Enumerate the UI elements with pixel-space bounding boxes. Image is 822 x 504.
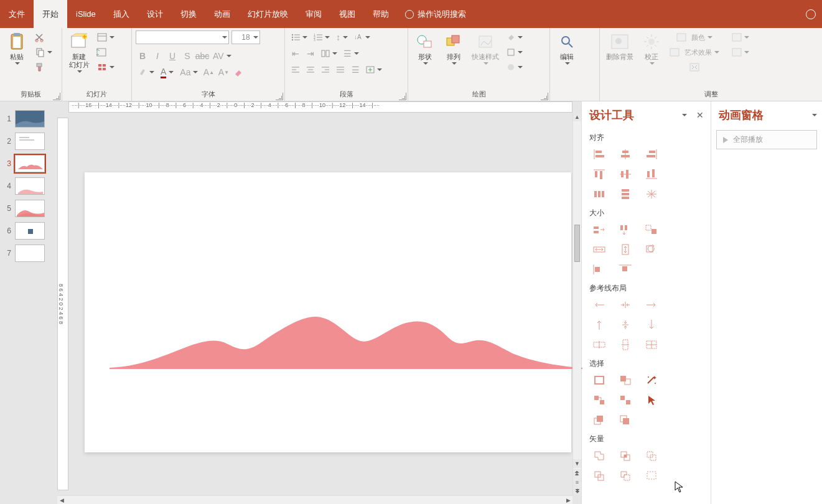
- format-painter-button[interactable]: [32, 60, 46, 74]
- tab-animation[interactable]: 动画: [205, 0, 239, 28]
- align-center-button[interactable]: [304, 63, 317, 77]
- shape-fill-button[interactable]: [504, 30, 525, 44]
- strike-button[interactable]: abc: [195, 49, 209, 63]
- guide-up-icon[interactable]: [589, 317, 609, 332]
- guide-rect-v-icon[interactable]: [615, 337, 635, 352]
- shape-outline-button[interactable]: [504, 45, 525, 59]
- tab-file[interactable]: 文件: [0, 0, 34, 28]
- slide-thumbnail-5[interactable]: 5: [0, 197, 52, 220]
- select-same-icon[interactable]: [615, 373, 635, 388]
- slide-thumbnail-3[interactable]: 3: [0, 152, 52, 175]
- arrange-button[interactable]: 排列: [441, 30, 467, 66]
- dropdown-icon[interactable]: [812, 114, 817, 116]
- align-left-button[interactable]: [289, 63, 302, 77]
- align-right-icon[interactable]: [642, 147, 661, 162]
- vertical-ruler[interactable]: 8 6 4 2 0 2 4 6 8: [57, 118, 68, 490]
- change-picture-button[interactable]: [729, 30, 752, 44]
- bold-button[interactable]: B: [136, 49, 149, 63]
- slide-thumbnail-1[interactable]: 1: [0, 108, 52, 130]
- ungroup-icon[interactable]: [615, 393, 635, 408]
- font-size-combo[interactable]: 18: [231, 30, 260, 44]
- reset-picture-button[interactable]: [729, 45, 752, 59]
- tab-review[interactable]: 审阅: [297, 0, 330, 28]
- italic-button[interactable]: I: [151, 49, 164, 63]
- dropdown-icon[interactable]: [682, 114, 687, 116]
- dialog-launcher[interactable]: [399, 93, 406, 100]
- combine-icon[interactable]: [615, 448, 635, 463]
- align-bottom-icon[interactable]: [642, 167, 661, 182]
- slide-thumbnail-4[interactable]: 4: [0, 175, 52, 197]
- grow-font-button[interactable]: A▲: [202, 65, 215, 79]
- scroll-left-button[interactable]: ◀: [57, 496, 66, 504]
- select-box-icon[interactable]: [589, 373, 609, 388]
- clear-format-button[interactable]: [231, 65, 245, 79]
- vertical-scrollbar[interactable]: ▲ ▼ ⯭ ≡ ⯯: [572, 113, 581, 495]
- artistic-button[interactable]: 艺术效果: [667, 45, 722, 59]
- compress-button[interactable]: [667, 60, 722, 74]
- user-account[interactable]: [800, 0, 822, 28]
- prev-slide-button[interactable]: ⯭: [573, 469, 581, 478]
- increase-indent-button[interactable]: ⇥: [304, 47, 317, 60]
- close-pane-button[interactable]: ✕: [694, 110, 706, 121]
- text-direction-button[interactable]: ↓A: [352, 30, 373, 44]
- guide-grid-icon[interactable]: [642, 337, 661, 352]
- change-case-button[interactable]: Aa: [177, 65, 200, 79]
- scroll-down-button[interactable]: ▼: [573, 459, 581, 468]
- tab-slideshow[interactable]: 幻灯片放映: [239, 0, 297, 28]
- editing-button[interactable]: 编辑: [554, 30, 580, 66]
- subtract-icon[interactable]: [615, 468, 635, 483]
- line-spacing-button[interactable]: ↕: [334, 30, 350, 44]
- same-width-icon[interactable]: [589, 222, 609, 237]
- align-crosshair-icon[interactable]: [642, 187, 661, 202]
- guide-rect-h-icon[interactable]: [589, 337, 609, 352]
- shadow-button[interactable]: S: [180, 49, 194, 63]
- dialog-launcher[interactable]: [276, 93, 283, 100]
- tab-home[interactable]: 开始: [34, 0, 67, 28]
- tab-help[interactable]: 帮助: [364, 0, 398, 28]
- slide-thumbnail-pane[interactable]: 1 2 3 4 5 6 7: [0, 101, 52, 504]
- dialog-launcher[interactable]: [53, 93, 60, 100]
- send-back-icon[interactable]: [615, 413, 635, 427]
- paste-button[interactable]: 粘贴: [4, 30, 30, 66]
- tell-me-search[interactable]: 操作说明搜索: [398, 0, 474, 28]
- distribute-v-icon[interactable]: [615, 187, 635, 202]
- slide-thumbnail-2[interactable]: 2: [0, 130, 52, 152]
- snap-left-icon[interactable]: [589, 262, 609, 277]
- slide-canvas[interactable]: [85, 172, 571, 452]
- columns-button[interactable]: [319, 47, 340, 60]
- align-top-icon[interactable]: [589, 167, 609, 182]
- fit-width-icon[interactable]: [589, 242, 609, 257]
- distribute-button[interactable]: ☰: [348, 63, 362, 77]
- guide-down-icon[interactable]: [642, 317, 661, 332]
- layout-button[interactable]: [95, 30, 117, 44]
- same-size-icon[interactable]: [642, 222, 661, 237]
- scroll-right-button[interactable]: ▶: [564, 496, 572, 504]
- horizontal-ruler[interactable]: ····|····16····|····14····|····12····|··…: [68, 101, 572, 113]
- play-all-button[interactable]: 全部播放: [716, 130, 817, 149]
- align-right-button[interactable]: [319, 63, 332, 77]
- cursor-icon[interactable]: [642, 393, 661, 408]
- distribute-h-icon[interactable]: [589, 187, 609, 202]
- union-icon[interactable]: [589, 448, 609, 463]
- tab-islide[interactable]: iSlide: [67, 0, 105, 28]
- underline-button[interactable]: U: [166, 49, 179, 63]
- intersect-icon[interactable]: [589, 468, 609, 483]
- shape-effects-button[interactable]: [504, 60, 525, 74]
- section-button[interactable]: [95, 60, 117, 74]
- guide-right-icon[interactable]: [642, 297, 661, 312]
- quick-styles-button[interactable]: 快速样式: [469, 30, 502, 66]
- smartart-button[interactable]: [363, 63, 385, 77]
- dialog-launcher[interactable]: [541, 93, 548, 100]
- align-left-icon[interactable]: [589, 147, 609, 162]
- rotate-icon[interactable]: [642, 242, 661, 257]
- cut-button[interactable]: [32, 30, 46, 44]
- next-slide-button[interactable]: ⯯: [573, 487, 581, 495]
- copy-button[interactable]: [32, 45, 55, 59]
- snap-top-icon[interactable]: [615, 262, 635, 277]
- fragment-icon[interactable]: [642, 448, 661, 463]
- fit-height-icon[interactable]: [615, 242, 635, 257]
- align-center-h-icon[interactable]: [615, 147, 635, 162]
- tab-transition[interactable]: 切换: [172, 0, 205, 28]
- font-name-combo[interactable]: [136, 30, 229, 44]
- new-slide-button[interactable]: 新建 幻灯片: [66, 30, 92, 74]
